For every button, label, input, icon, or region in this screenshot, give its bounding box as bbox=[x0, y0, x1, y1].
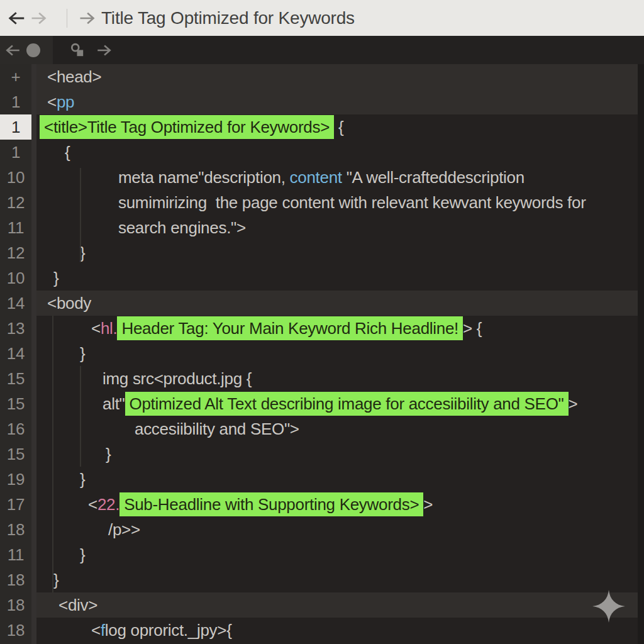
line-number: 10 bbox=[0, 165, 31, 190]
code-line[interactable]: 10meta name"description, content "A well… bbox=[0, 165, 644, 190]
arrow-right-icon bbox=[30, 9, 47, 27]
code-segment: } bbox=[53, 570, 58, 589]
gutter-strip bbox=[31, 240, 36, 265]
code-text[interactable]: <body bbox=[36, 291, 638, 316]
highlighted-code-segment: <title>Title Tag Optimized for Keywords> bbox=[40, 115, 334, 139]
code-segment: <div> bbox=[58, 596, 97, 614]
code-text[interactable]: <div> bbox=[36, 592, 638, 618]
code-text[interactable]: <head> bbox=[36, 64, 638, 89]
code-segment: log oprorict._jpy>{ bbox=[105, 621, 232, 640]
code-line[interactable]: 11} bbox=[0, 542, 644, 567]
code-editor[interactable]: +<head>1<pp1<title>Title Tag Optimized f… bbox=[0, 64, 644, 644]
gutter-strip bbox=[31, 391, 36, 416]
ai-sparkle-icon[interactable] bbox=[592, 590, 625, 623]
key-icon-glyph bbox=[69, 42, 86, 58]
line-number: 12 bbox=[0, 240, 31, 265]
code-line[interactable]: 14} bbox=[0, 341, 644, 366]
code-text[interactable]: } bbox=[36, 265, 638, 291]
code-text[interactable]: <title>Title Tag Optimized for Keywords>… bbox=[36, 114, 638, 140]
code-line[interactable]: 12sumimirizing the page content with rel… bbox=[0, 190, 644, 215]
code-line[interactable]: +<head> bbox=[0, 64, 644, 89]
code-line[interactable]: 11search engines."> bbox=[0, 215, 644, 240]
line-number: 1 bbox=[0, 114, 31, 140]
line-number: 15 bbox=[0, 391, 31, 416]
key-icon[interactable] bbox=[68, 41, 87, 60]
code-text[interactable]: } bbox=[36, 567, 638, 592]
gutter-strip bbox=[31, 416, 36, 441]
line-number: 15 bbox=[0, 366, 31, 391]
code-line[interactable]: 18<flog oprorict._jpy>{ bbox=[0, 618, 644, 643]
line-number: 14 bbox=[0, 291, 31, 316]
code-text[interactable]: } bbox=[36, 341, 638, 366]
code-segment: } bbox=[80, 545, 85, 564]
line-number: 15 bbox=[0, 441, 31, 467]
code-text[interactable]: sumimirizing the page content with relev… bbox=[36, 190, 638, 215]
code-line[interactable]: 14<body bbox=[0, 291, 644, 316]
highlighted-code-segment: Header Tag: Your Main Keyword Rich Headl… bbox=[117, 316, 463, 340]
code-text[interactable]: meta name"description, content "A well-c… bbox=[36, 165, 638, 190]
back-button-small[interactable] bbox=[4, 41, 23, 60]
code-segment: < bbox=[88, 495, 97, 514]
line-number: 18 bbox=[0, 517, 31, 542]
code-text[interactable]: <pp bbox=[36, 89, 638, 114]
code-line[interactable]: 18/p>> bbox=[0, 517, 644, 542]
code-segment: } bbox=[53, 269, 58, 287]
code-text[interactable]: <22.Sub-Headline with Supporting Keyword… bbox=[36, 492, 638, 517]
forward-button-small[interactable] bbox=[94, 41, 113, 60]
gutter-strip bbox=[31, 542, 36, 567]
code-segment: 22. bbox=[97, 495, 119, 514]
code-line[interactable]: 1{ bbox=[0, 140, 644, 165]
code-text[interactable]: <flog oprorict._jpy>{ bbox=[36, 618, 638, 643]
back-button[interactable] bbox=[6, 8, 28, 29]
code-segment: { bbox=[65, 143, 70, 162]
code-line[interactable]: 15img src<product.jpg { bbox=[0, 366, 644, 391]
gutter-strip bbox=[31, 467, 36, 492]
code-segment: > { bbox=[463, 319, 482, 338]
code-line[interactable]: 10} bbox=[0, 265, 644, 291]
code-segment: /p>> bbox=[108, 520, 140, 539]
code-text[interactable]: accesiibility and SEO"> bbox=[36, 416, 638, 441]
line-number: 18 bbox=[0, 592, 31, 618]
gutter-strip bbox=[31, 592, 36, 618]
code-segment: hl. bbox=[101, 319, 118, 338]
record-dot-icon[interactable] bbox=[26, 43, 40, 57]
code-line[interactable]: 18} bbox=[0, 567, 644, 592]
arrow-right-icon bbox=[96, 42, 112, 58]
code-segment: search engines."> bbox=[118, 218, 246, 237]
line-number: 18 bbox=[0, 618, 31, 643]
gutter-strip bbox=[31, 316, 36, 341]
indent-guide bbox=[52, 316, 53, 592]
code-line[interactable]: 1<pp bbox=[0, 89, 644, 114]
gutter-strip bbox=[31, 114, 36, 140]
code-line[interactable]: 19} bbox=[0, 467, 644, 492]
code-line[interactable]: 18<div> bbox=[0, 592, 644, 618]
line-number: 1 bbox=[0, 89, 31, 114]
highlighted-code-segment: Sub-Headline with Supporting Keywords> bbox=[119, 492, 423, 516]
toolbar-left-group bbox=[0, 36, 53, 64]
code-line[interactable]: 17<22.Sub-Headline with Supporting Keywo… bbox=[0, 492, 644, 517]
line-number: 17 bbox=[0, 492, 31, 517]
forward-button[interactable] bbox=[28, 8, 49, 29]
line-number: + bbox=[0, 64, 31, 89]
code-text[interactable]: /p>> bbox=[36, 517, 638, 542]
code-segment: "A well-crafteddescription bbox=[342, 168, 525, 187]
code-segment: > bbox=[423, 495, 433, 514]
titlebar-divider bbox=[67, 9, 67, 28]
code-line[interactable]: 13<hl.Header Tag: Your Main Keyword Rich… bbox=[0, 316, 644, 341]
code-text[interactable]: <hl.Header Tag: Your Main Keyword Rich H… bbox=[36, 316, 638, 341]
code-line[interactable]: 15alt"Optimized Alt Text describing imag… bbox=[0, 391, 644, 416]
code-line[interactable]: 15} bbox=[0, 441, 644, 467]
code-line[interactable]: 12} bbox=[0, 240, 644, 265]
code-text[interactable]: { bbox=[36, 140, 638, 165]
code-text[interactable]: } bbox=[36, 441, 638, 467]
scrollbar-track[interactable] bbox=[638, 64, 644, 644]
line-number: 18 bbox=[0, 567, 31, 592]
code-text[interactable]: alt"Optimized Alt Text describing image … bbox=[36, 391, 638, 416]
code-text[interactable]: } bbox=[36, 467, 638, 492]
code-text[interactable]: search engines."> bbox=[36, 215, 638, 240]
code-text[interactable]: } bbox=[36, 542, 638, 567]
code-text[interactable]: } bbox=[36, 240, 638, 265]
code-line[interactable]: 16accesiibility and SEO"> bbox=[0, 416, 644, 441]
code-text[interactable]: img src<product.jpg { bbox=[36, 366, 638, 391]
code-line[interactable]: 1<title>Title Tag Optimized for Keywords… bbox=[0, 114, 644, 140]
